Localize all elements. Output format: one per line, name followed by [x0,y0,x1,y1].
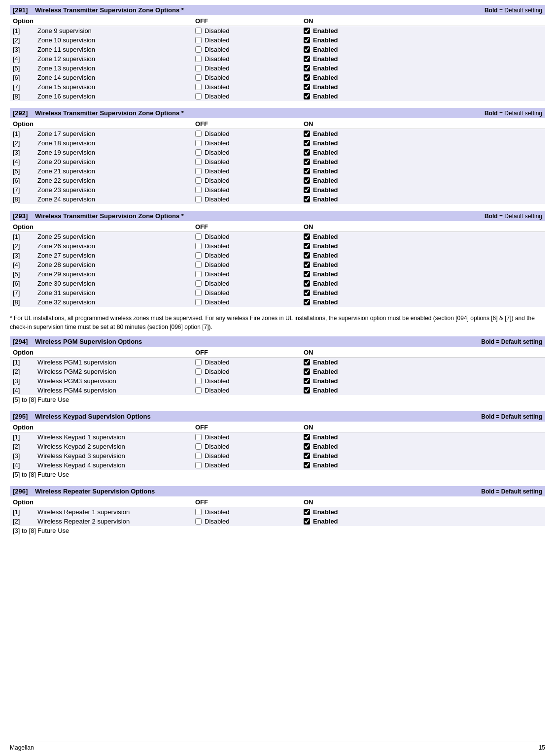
off-checkbox[interactable] [195,140,202,146]
on-cell[interactable]: Enabled [304,280,412,287]
on-checkbox[interactable] [304,149,310,156]
on-checkbox[interactable] [304,177,310,184]
on-checkbox[interactable] [304,453,310,459]
on-cell[interactable]: Enabled [304,368,412,375]
off-cell[interactable]: Disabled [195,55,304,63]
off-cell[interactable]: Disabled [195,186,304,194]
off-cell[interactable]: Disabled [195,261,304,268]
on-cell[interactable]: Enabled [304,93,412,100]
off-checkbox[interactable] [195,509,202,515]
on-checkbox[interactable] [304,262,310,268]
off-cell[interactable]: Disabled [195,83,304,91]
on-checkbox[interactable] [304,290,310,296]
off-cell[interactable]: Disabled [195,196,304,203]
off-checkbox[interactable] [195,453,202,459]
off-checkbox[interactable] [195,65,202,71]
off-checkbox[interactable] [195,84,202,90]
on-cell[interactable]: Enabled [304,508,412,516]
off-checkbox[interactable] [195,93,202,99]
on-checkbox[interactable] [304,74,310,81]
on-checkbox[interactable] [304,37,310,43]
on-cell[interactable]: Enabled [304,149,412,156]
on-cell[interactable]: Enabled [304,65,412,72]
off-cell[interactable]: Disabled [195,149,304,156]
off-checkbox[interactable] [195,131,202,137]
on-cell[interactable]: Enabled [304,196,412,203]
on-checkbox[interactable] [304,131,310,137]
on-checkbox[interactable] [304,378,310,384]
off-checkbox[interactable] [195,299,202,305]
off-cell[interactable]: Disabled [195,242,304,250]
on-cell[interactable]: Enabled [304,27,412,34]
on-cell[interactable]: Enabled [304,242,412,250]
off-cell[interactable]: Disabled [195,518,304,525]
off-cell[interactable]: Disabled [195,130,304,137]
on-cell[interactable]: Enabled [304,158,412,165]
off-cell[interactable]: Disabled [195,443,304,450]
on-checkbox[interactable] [304,462,310,468]
off-cell[interactable]: Disabled [195,270,304,278]
on-checkbox[interactable] [304,509,310,515]
on-checkbox[interactable] [304,271,310,277]
on-cell[interactable]: Enabled [304,270,412,278]
off-checkbox[interactable] [195,518,202,525]
off-checkbox[interactable] [195,271,202,277]
off-checkbox[interactable] [195,280,202,287]
off-cell[interactable]: Disabled [195,289,304,296]
off-cell[interactable]: Disabled [195,508,304,516]
off-checkbox[interactable] [195,187,202,193]
on-cell[interactable]: Enabled [304,130,412,137]
on-cell[interactable]: Enabled [304,36,412,44]
on-checkbox[interactable] [304,159,310,165]
off-checkbox[interactable] [195,74,202,81]
on-checkbox[interactable] [304,368,310,375]
on-cell[interactable]: Enabled [304,83,412,91]
on-cell[interactable]: Enabled [304,452,412,460]
off-cell[interactable]: Disabled [195,27,304,34]
off-cell[interactable]: Disabled [195,65,304,72]
on-cell[interactable]: Enabled [304,359,412,366]
off-checkbox[interactable] [195,378,202,384]
on-cell[interactable]: Enabled [304,433,412,441]
off-cell[interactable]: Disabled [195,452,304,460]
on-cell[interactable]: Enabled [304,55,412,63]
off-checkbox[interactable] [195,233,202,240]
on-cell[interactable]: Enabled [304,177,412,184]
on-cell[interactable]: Enabled [304,186,412,194]
on-checkbox[interactable] [304,243,310,249]
off-checkbox[interactable] [195,159,202,165]
on-checkbox[interactable] [304,233,310,240]
off-cell[interactable]: Disabled [195,359,304,366]
on-checkbox[interactable] [304,84,310,90]
off-checkbox[interactable] [195,28,202,34]
off-cell[interactable]: Disabled [195,252,304,259]
off-checkbox[interactable] [195,290,202,296]
on-checkbox[interactable] [304,299,310,305]
off-cell[interactable]: Disabled [195,93,304,100]
on-cell[interactable]: Enabled [304,139,412,147]
on-checkbox[interactable] [304,168,310,174]
on-cell[interactable]: Enabled [304,443,412,450]
on-checkbox[interactable] [304,359,310,365]
off-cell[interactable]: Disabled [195,74,304,81]
off-checkbox[interactable] [195,252,202,259]
on-cell[interactable]: Enabled [304,518,412,525]
on-checkbox[interactable] [304,434,310,440]
off-cell[interactable]: Disabled [195,461,304,469]
off-cell[interactable]: Disabled [195,46,304,53]
on-cell[interactable]: Enabled [304,261,412,268]
on-cell[interactable]: Enabled [304,233,412,240]
on-cell[interactable]: Enabled [304,461,412,469]
off-checkbox[interactable] [195,37,202,43]
on-checkbox[interactable] [304,140,310,146]
off-checkbox[interactable] [195,149,202,156]
off-cell[interactable]: Disabled [195,167,304,175]
on-checkbox[interactable] [304,56,310,62]
off-cell[interactable]: Disabled [195,298,304,306]
off-checkbox[interactable] [195,368,202,375]
on-checkbox[interactable] [304,93,310,99]
on-cell[interactable]: Enabled [304,377,412,385]
off-cell[interactable]: Disabled [195,36,304,44]
on-checkbox[interactable] [304,46,310,53]
on-cell[interactable]: Enabled [304,252,412,259]
